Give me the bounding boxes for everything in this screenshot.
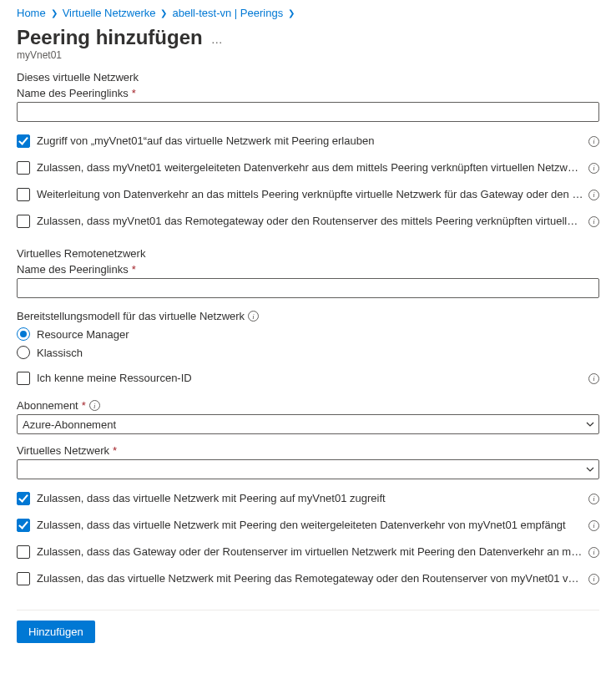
label-local-allow-forwarded: Zulassen, dass myVnet01 weitergeleiteten…: [37, 160, 583, 175]
section-remote-vnet: Virtuelles Remotenetzwerk: [17, 247, 599, 260]
radio-resource-manager[interactable]: [17, 327, 30, 341]
info-icon[interactable]: i: [588, 216, 599, 227]
crumb-vnets[interactable]: Virtuelle Netzwerke: [63, 7, 156, 19]
input-local-peering-name[interactable]: [17, 102, 599, 122]
checkbox-local-gateway-transit[interactable]: [17, 188, 30, 201]
chevron-right-icon: ❯: [288, 8, 295, 18]
info-icon[interactable]: i: [588, 547, 599, 558]
checkbox-local-allow-access[interactable]: [17, 134, 30, 148]
checkbox-know-resource-id[interactable]: [17, 372, 30, 385]
chevron-right-icon: ❯: [51, 8, 58, 18]
label-local-use-remote-gateway: Zulassen, dass myVnet01 das Remotegatewa…: [37, 214, 583, 229]
label-remote-gateway-transit: Zulassen, dass das Gateway oder der Rout…: [37, 545, 583, 560]
select-subscription-value: Azure-Abonnement: [23, 418, 116, 431]
label-subscription: Abonnement* i: [17, 399, 599, 412]
label-radio-classic: Klassisch: [37, 347, 83, 359]
radio-classic[interactable]: [17, 346, 30, 359]
page-title: Peering hinzufügen: [17, 26, 203, 49]
info-icon[interactable]: i: [588, 373, 599, 384]
input-remote-peering-name[interactable]: [17, 278, 599, 298]
breadcrumb: Home ❯ Virtuelle Netzwerke ❯ abell-test-…: [17, 7, 599, 19]
chevron-down-icon: [585, 419, 595, 429]
info-icon[interactable]: i: [588, 494, 599, 504]
info-icon[interactable]: i: [248, 311, 259, 322]
checkbox-remote-allow-forwarded[interactable]: [17, 519, 30, 532]
info-icon[interactable]: i: [588, 520, 599, 531]
label-local-allow-access: Zugriff von „myVnet01“auf das virtuelle …: [37, 134, 583, 149]
chevron-down-icon: [585, 464, 595, 474]
label-remote-peering-name: Name des Peeringlinks*: [17, 263, 599, 276]
info-icon[interactable]: i: [588, 136, 599, 147]
label-radio-rm: Resource Manager: [37, 328, 129, 341]
add-button[interactable]: Hinzufügen: [17, 621, 95, 643]
chevron-right-icon: ❯: [160, 8, 167, 18]
label-remote-allow-access: Zulassen, dass das virtuelle Netzwerk mi…: [37, 491, 583, 506]
checkbox-remote-gateway-transit[interactable]: [17, 545, 30, 559]
label-know-resource-id: Ich kenne meine Ressourcen-ID: [37, 371, 583, 386]
label-local-gateway-transit: Weiterleitung von Datenverkehr an das mi…: [37, 187, 583, 202]
checkbox-local-allow-forwarded[interactable]: [17, 161, 30, 175]
label-deployment-model: Bereitstellungsmodell für das virtuelle …: [17, 310, 599, 322]
crumb-vnet-peerings[interactable]: abell-test-vn | Peerings: [172, 7, 283, 19]
checkbox-local-use-remote-gateway[interactable]: [17, 215, 30, 228]
info-icon[interactable]: i: [588, 574, 599, 585]
checkbox-remote-allow-access[interactable]: [17, 492, 30, 505]
label-local-peering-name: Name des Peeringlinks*: [17, 87, 599, 99]
crumb-home[interactable]: Home: [17, 7, 46, 19]
label-remote-use-remote-gateway: Zulassen, das das virtuelle Netzwerk mit…: [37, 571, 583, 586]
info-icon[interactable]: i: [89, 400, 100, 411]
info-icon[interactable]: i: [588, 190, 599, 200]
checkbox-remote-use-remote-gateway[interactable]: [17, 572, 30, 585]
label-virtual-network: Virtuelles Netzwerk*: [17, 444, 599, 457]
section-local-vnet: Dieses virtuelle Netzwerk: [17, 71, 599, 84]
label-remote-allow-forwarded: Zulassen, dass das virtuelle Netzwerk mi…: [37, 518, 583, 533]
page-subtitle: myVnet01: [17, 49, 599, 61]
more-actions-button[interactable]: …: [211, 28, 224, 46]
select-subscription[interactable]: Azure-Abonnement: [17, 414, 599, 434]
select-virtual-network[interactable]: [17, 459, 599, 479]
info-icon[interactable]: i: [588, 163, 599, 174]
